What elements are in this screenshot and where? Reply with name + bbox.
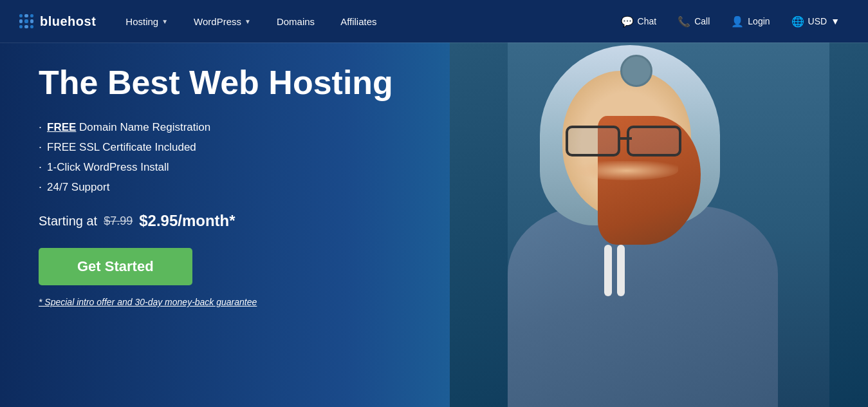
logo[interactable]: bluehost xyxy=(19,14,96,29)
chat-icon: 💬 xyxy=(621,15,634,28)
call-label: Call xyxy=(694,16,710,26)
login-label: Login xyxy=(748,16,770,26)
bullet-2: · xyxy=(39,140,42,154)
nav-item-wordpress[interactable]: WordPress ▼ xyxy=(183,11,261,32)
bullet-1: · xyxy=(39,120,42,134)
hero-title: The Best Web Hosting xyxy=(39,64,393,101)
user-icon: 👤 xyxy=(731,15,744,28)
free-label: FREE xyxy=(47,121,76,133)
nav-hosting-label: Hosting xyxy=(125,16,158,27)
feature-wordpress: · 1-Click WordPress Install xyxy=(39,160,393,174)
feature-domain: · FREE Domain Name Registration xyxy=(39,120,393,134)
logo-text: bluehost xyxy=(40,14,96,29)
nav-call[interactable]: 📞 Call xyxy=(669,10,719,33)
navbar-border xyxy=(0,43,868,43)
phone-icon: 📞 xyxy=(678,15,690,28)
currency-label: USD xyxy=(808,16,827,26)
navbar: bluehost Hosting ▼ WordPress ▼ Domains A… xyxy=(0,0,868,43)
feature-ssl: · FREE SSL Certificate Included xyxy=(39,140,393,154)
hero-content: The Best Web Hosting · FREE Domain Name … xyxy=(39,64,393,307)
pricing-line: Starting at $7.99 $2.95/month* xyxy=(39,212,393,230)
feature-ssl-text: FREE SSL Certificate Included xyxy=(47,141,196,154)
nav-item-domains[interactable]: Domains xyxy=(266,11,325,32)
new-price: $2.95/month* xyxy=(139,212,235,230)
logo-grid-icon xyxy=(19,14,33,28)
hero-features-list: · FREE Domain Name Registration · FREE S… xyxy=(39,120,393,194)
nav-item-hosting[interactable]: Hosting ▼ xyxy=(115,11,178,32)
nav-domains-label: Domains xyxy=(277,16,315,27)
bullet-4: · xyxy=(39,180,42,194)
old-price: $7.99 xyxy=(104,214,133,228)
feature-support-text: 24/7 Support xyxy=(47,181,109,194)
nav-links: Hosting ▼ WordPress ▼ Domains Affiliates xyxy=(115,11,611,32)
currency-dropdown-caret: ▼ xyxy=(831,16,840,26)
hero-person-image xyxy=(456,19,829,406)
feature-wordpress-text: 1-Click WordPress Install xyxy=(47,161,169,174)
chat-label: Chat xyxy=(638,16,657,26)
nav-login[interactable]: 👤 Login xyxy=(722,10,779,33)
nav-affiliates-label: Affiliates xyxy=(340,16,376,27)
nav-wordpress-label: WordPress xyxy=(194,16,241,27)
bullet-3: · xyxy=(39,160,42,174)
feature-support: · 24/7 Support xyxy=(39,180,393,194)
nav-chat[interactable]: 💬 Chat xyxy=(612,10,666,33)
get-started-button[interactable]: Get Started xyxy=(39,248,192,285)
hosting-dropdown-caret: ▼ xyxy=(162,18,168,25)
wordpress-dropdown-caret: ▼ xyxy=(245,18,251,25)
disclaimer-link[interactable]: * Special intro offer and 30-day money-b… xyxy=(39,297,393,307)
flag-icon: 🌐 xyxy=(791,15,804,28)
nav-item-affiliates[interactable]: Affiliates xyxy=(330,11,387,32)
pricing-prefix: Starting at xyxy=(39,214,97,229)
nav-right-items: 💬 Chat 📞 Call 👤 Login 🌐 USD ▼ xyxy=(612,10,849,33)
nav-currency[interactable]: 🌐 USD ▼ xyxy=(782,10,849,33)
